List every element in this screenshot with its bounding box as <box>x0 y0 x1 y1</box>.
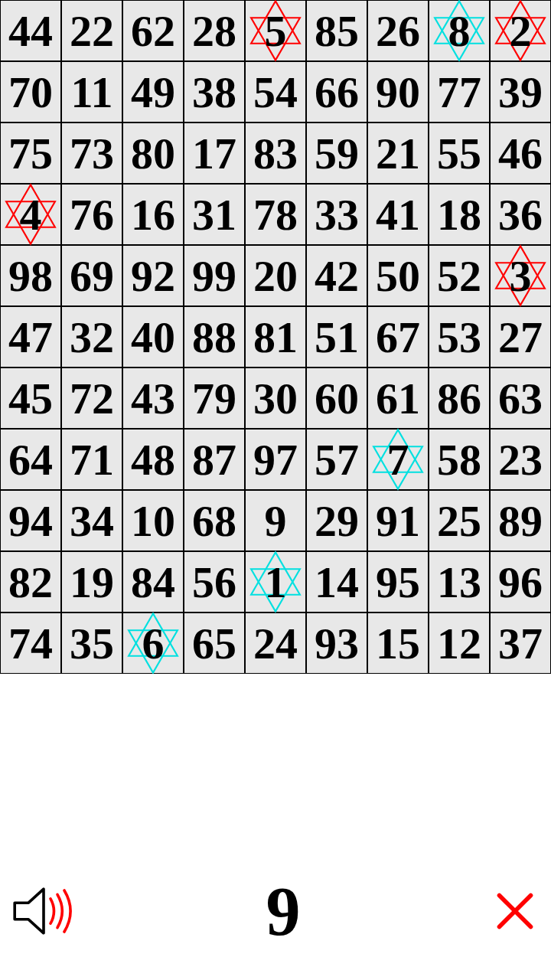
grid-cell[interactable]: 33 <box>306 184 367 245</box>
grid-cell[interactable]: 51 <box>306 306 367 368</box>
grid-cell[interactable]: 19 <box>61 551 122 612</box>
grid-cell[interactable]: 83 <box>245 122 306 184</box>
grid-cell[interactable]: 68 <box>184 490 245 551</box>
grid-cell[interactable]: 40 <box>122 306 184 368</box>
grid-cell[interactable]: 52 <box>429 245 490 306</box>
grid-cell[interactable]: 50 <box>367 245 429 306</box>
grid-cell[interactable]: 16 <box>122 184 184 245</box>
grid-cell[interactable]: 7 <box>367 429 429 490</box>
grid-cell[interactable]: 96 <box>490 551 551 612</box>
grid-cell[interactable]: 78 <box>245 184 306 245</box>
grid-cell[interactable]: 26 <box>367 0 429 61</box>
grid-cell[interactable]: 49 <box>122 61 184 122</box>
grid-cell[interactable]: 30 <box>245 368 306 429</box>
grid-cell[interactable]: 48 <box>122 429 184 490</box>
grid-cell[interactable]: 17 <box>184 122 245 184</box>
grid-cell[interactable]: 98 <box>0 245 61 306</box>
grid-cell[interactable]: 79 <box>184 368 245 429</box>
grid-cell[interactable]: 14 <box>306 551 367 612</box>
grid-cell[interactable]: 71 <box>61 429 122 490</box>
grid-cell[interactable]: 92 <box>122 245 184 306</box>
grid-cell[interactable]: 42 <box>306 245 367 306</box>
grid-cell[interactable]: 55 <box>429 122 490 184</box>
grid-cell[interactable]: 82 <box>0 551 61 612</box>
grid-cell[interactable]: 43 <box>122 368 184 429</box>
grid-cell[interactable]: 38 <box>184 61 245 122</box>
grid-cell[interactable]: 36 <box>490 184 551 245</box>
grid-cell[interactable]: 86 <box>429 368 490 429</box>
grid-cell[interactable]: 22 <box>61 0 122 61</box>
grid-cell[interactable]: 76 <box>61 184 122 245</box>
grid-cell[interactable]: 34 <box>61 490 122 551</box>
grid-cell[interactable]: 75 <box>0 122 61 184</box>
grid-cell[interactable]: 4 <box>0 184 61 245</box>
grid-cell[interactable]: 5 <box>245 0 306 61</box>
grid-cell[interactable]: 28 <box>184 0 245 61</box>
grid-cell[interactable]: 99 <box>184 245 245 306</box>
grid-cell[interactable]: 57 <box>306 429 367 490</box>
grid-cell[interactable]: 47 <box>0 306 61 368</box>
grid-cell[interactable]: 85 <box>306 0 367 61</box>
grid-cell[interactable]: 84 <box>122 551 184 612</box>
grid-cell[interactable]: 87 <box>184 429 245 490</box>
grid-cell[interactable]: 80 <box>122 122 184 184</box>
grid-cell[interactable]: 12 <box>429 612 490 674</box>
grid-cell[interactable]: 69 <box>61 245 122 306</box>
grid-cell[interactable]: 94 <box>0 490 61 551</box>
grid-cell[interactable]: 3 <box>490 245 551 306</box>
grid-cell[interactable]: 74 <box>0 612 61 674</box>
grid-cell[interactable]: 21 <box>367 122 429 184</box>
grid-cell[interactable]: 73 <box>61 122 122 184</box>
grid-cell[interactable]: 45 <box>0 368 61 429</box>
grid-cell[interactable]: 64 <box>0 429 61 490</box>
grid-cell[interactable]: 24 <box>245 612 306 674</box>
grid-cell[interactable]: 66 <box>306 61 367 122</box>
grid-cell[interactable]: 53 <box>429 306 490 368</box>
grid-cell[interactable]: 60 <box>306 368 367 429</box>
grid-cell[interactable]: 20 <box>245 245 306 306</box>
grid-cell[interactable]: 59 <box>306 122 367 184</box>
grid-cell[interactable]: 67 <box>367 306 429 368</box>
grid-cell[interactable]: 35 <box>61 612 122 674</box>
grid-cell[interactable]: 93 <box>306 612 367 674</box>
grid-cell[interactable]: 15 <box>367 612 429 674</box>
grid-cell[interactable]: 97 <box>245 429 306 490</box>
grid-cell[interactable]: 23 <box>490 429 551 490</box>
grid-cell[interactable]: 10 <box>122 490 184 551</box>
grid-cell[interactable]: 72 <box>61 368 122 429</box>
grid-cell[interactable]: 91 <box>367 490 429 551</box>
close-button[interactable] <box>488 884 542 938</box>
grid-cell[interactable]: 70 <box>0 61 61 122</box>
grid-cell[interactable]: 65 <box>184 612 245 674</box>
grid-cell[interactable]: 37 <box>490 612 551 674</box>
grid-cell[interactable]: 54 <box>245 61 306 122</box>
grid-cell[interactable]: 89 <box>490 490 551 551</box>
grid-cell[interactable]: 56 <box>184 551 245 612</box>
grid-cell[interactable]: 58 <box>429 429 490 490</box>
grid-cell[interactable]: 11 <box>61 61 122 122</box>
grid-cell[interactable]: 41 <box>367 184 429 245</box>
grid-cell[interactable]: 88 <box>184 306 245 368</box>
grid-cell[interactable]: 9 <box>245 490 306 551</box>
grid-cell[interactable]: 62 <box>122 0 184 61</box>
grid-cell[interactable]: 6 <box>122 612 184 674</box>
grid-cell[interactable]: 27 <box>490 306 551 368</box>
grid-cell[interactable]: 13 <box>429 551 490 612</box>
grid-cell[interactable]: 8 <box>429 0 490 61</box>
grid-cell[interactable]: 25 <box>429 490 490 551</box>
grid-cell[interactable]: 31 <box>184 184 245 245</box>
grid-cell[interactable]: 81 <box>245 306 306 368</box>
grid-cell[interactable]: 44 <box>0 0 61 61</box>
grid-cell[interactable]: 77 <box>429 61 490 122</box>
grid-cell[interactable]: 29 <box>306 490 367 551</box>
grid-cell[interactable]: 61 <box>367 368 429 429</box>
grid-cell[interactable]: 90 <box>367 61 429 122</box>
grid-cell[interactable]: 2 <box>490 0 551 61</box>
grid-cell[interactable]: 1 <box>245 551 306 612</box>
grid-cell[interactable]: 39 <box>490 61 551 122</box>
grid-cell[interactable]: 32 <box>61 306 122 368</box>
grid-cell[interactable]: 18 <box>429 184 490 245</box>
grid-cell[interactable]: 46 <box>490 122 551 184</box>
sound-button[interactable] <box>9 877 78 946</box>
grid-cell[interactable]: 63 <box>490 368 551 429</box>
